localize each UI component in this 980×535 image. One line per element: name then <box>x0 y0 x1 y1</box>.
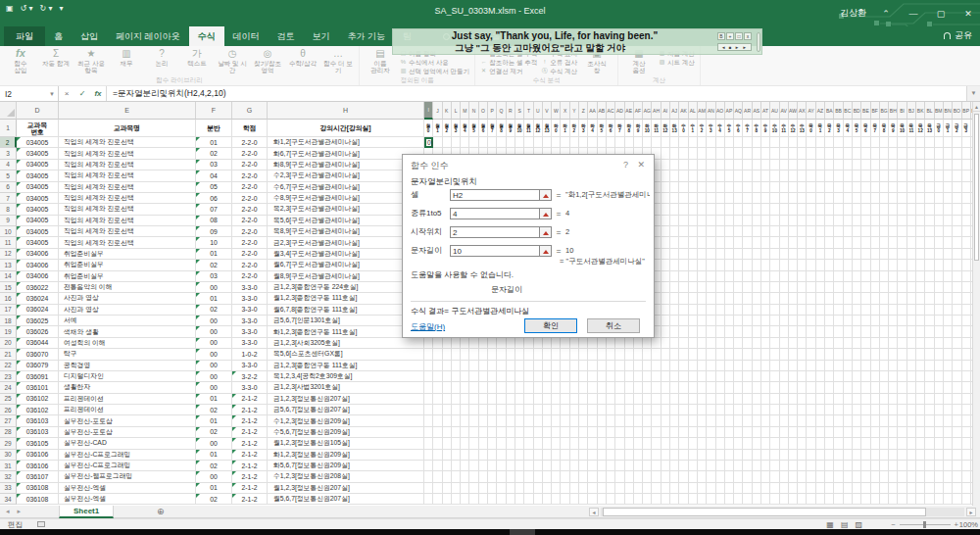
cell-BF19[interactable] <box>871 326 880 337</box>
cell-BG7[interactable] <box>880 193 889 204</box>
cell-BE21[interactable] <box>861 349 870 360</box>
cell-BG18[interactable] <box>880 316 889 326</box>
horizontal-scrollbar[interactable]: ◄ ► <box>589 507 976 516</box>
cell-BH27[interactable] <box>889 415 898 426</box>
cell-AI31[interactable] <box>662 461 670 471</box>
cell-BH12[interactable] <box>889 249 898 260</box>
cell-AW5[interactable] <box>789 170 798 181</box>
cell-BD16[interactable] <box>853 293 861 304</box>
cell-BH25[interactable] <box>889 394 898 405</box>
row-header-18[interactable]: 18 <box>0 316 17 326</box>
cell-BH34[interactable] <box>889 494 898 505</box>
cell-AK4[interactable] <box>679 160 688 170</box>
cell-AR2[interactable] <box>743 137 752 148</box>
cell-T31[interactable] <box>524 461 533 471</box>
cell-Y30[interactable] <box>570 450 579 461</box>
collapse-dialog-icon[interactable] <box>540 245 552 257</box>
cell-AW3[interactable] <box>789 148 798 159</box>
cell-J20[interactable] <box>433 338 442 349</box>
cell-AC27[interactable] <box>607 415 615 426</box>
cell-AN5[interactable] <box>707 170 715 181</box>
column-header-BJ[interactable]: BJ <box>907 102 916 120</box>
cell-BK13[interactable] <box>916 260 925 270</box>
cell-BK9[interactable] <box>916 216 925 226</box>
cell-E25[interactable]: 프리젠테이션 <box>59 394 196 405</box>
cell-AP28[interactable] <box>725 427 734 438</box>
cell-BM10[interactable] <box>935 226 944 237</box>
cell-AN12[interactable] <box>707 249 715 260</box>
column-header-BP[interactable]: BP <box>962 102 971 120</box>
cell-BK16[interactable] <box>916 293 925 304</box>
cell-AS17[interactable] <box>753 305 761 316</box>
cell-G25[interactable]: 2-1-2 <box>232 394 268 405</box>
cell-AN16[interactable] <box>707 293 715 304</box>
cell-E6[interactable]: 직업의 세계와 진로선택 <box>59 182 196 193</box>
cell-BI30[interactable] <box>898 450 906 461</box>
cell-BI16[interactable] <box>898 293 906 304</box>
cell-BL25[interactable] <box>925 394 934 405</box>
cell-AS15[interactable] <box>753 282 761 293</box>
cell-AY6[interactable] <box>807 182 815 193</box>
cell-BC23[interactable] <box>844 371 853 382</box>
cell-AE29[interactable] <box>625 438 634 449</box>
cell-BG17[interactable] <box>880 305 889 316</box>
cell-H12[interactable]: 월3,4[구도서관별관세미나실] <box>268 249 424 260</box>
cell-BH26[interactable] <box>889 405 898 415</box>
cell-AV29[interactable] <box>780 438 789 449</box>
cell-BG13[interactable] <box>880 260 889 270</box>
cell-E18[interactable]: 서예 <box>59 316 196 326</box>
cell-U28[interactable] <box>534 427 543 438</box>
cell-AO16[interactable] <box>716 293 725 304</box>
cell-BG31[interactable] <box>880 461 889 471</box>
cell-BP9[interactable] <box>962 216 971 226</box>
cell-BP12[interactable] <box>962 249 971 260</box>
cell-AC24[interactable] <box>607 382 615 393</box>
ribbon-button-함수 더 보기[interactable]: …함수 더 보기 <box>320 48 356 73</box>
cell-AM8[interactable] <box>698 204 707 215</box>
cell-BF13[interactable] <box>871 260 880 270</box>
overlay-button-1[interactable]: + <box>726 32 734 40</box>
cell-E33[interactable]: 실무전산-엑셀 <box>59 483 196 494</box>
cell-R24[interactable] <box>507 382 515 393</box>
cell-AX20[interactable] <box>798 338 807 349</box>
cell-BC31[interactable] <box>844 461 853 471</box>
cell-BB27[interactable] <box>834 415 843 426</box>
cell-BF14[interactable] <box>871 271 880 282</box>
cell-BH28[interactable] <box>889 427 898 438</box>
cell-BO6[interactable] <box>953 182 961 193</box>
cell-Z28[interactable] <box>579 427 588 438</box>
cell-AR13[interactable] <box>743 260 752 270</box>
cell-BK6[interactable] <box>916 182 925 193</box>
cell-AE21[interactable] <box>625 349 634 360</box>
cell-BB28[interactable] <box>834 427 843 438</box>
cell-BG10[interactable] <box>880 226 889 237</box>
enter-entry-icon[interactable]: ✓ <box>74 89 90 98</box>
cell-BD11[interactable] <box>853 237 861 248</box>
cell-BC6[interactable] <box>844 182 853 193</box>
cell-AW7[interactable] <box>789 193 798 204</box>
cell-AI33[interactable] <box>662 483 670 494</box>
cell-BC24[interactable] <box>844 382 853 393</box>
cell-N28[interactable] <box>469 427 478 438</box>
cell-V2[interactable] <box>543 137 552 148</box>
cell-AO4[interactable] <box>716 160 725 170</box>
cell-BP22[interactable] <box>962 361 971 371</box>
cell-AV10[interactable] <box>780 226 789 237</box>
cell-BG21[interactable] <box>880 349 889 360</box>
cell-AW11[interactable] <box>789 237 798 248</box>
cell-K24[interactable] <box>443 382 452 393</box>
cell-AU18[interactable] <box>770 316 779 326</box>
cell-BM21[interactable] <box>935 349 944 360</box>
cell-G9[interactable]: 2-2-0 <box>232 216 268 226</box>
cell-BI31[interactable] <box>898 461 906 471</box>
cell-BA9[interactable] <box>825 216 834 226</box>
cell-T20[interactable] <box>524 338 533 349</box>
cell-V30[interactable] <box>543 450 552 461</box>
cell-AN19[interactable] <box>707 326 715 337</box>
cell-AK14[interactable] <box>679 271 688 282</box>
cell-AL10[interactable] <box>689 226 698 237</box>
cell-AW31[interactable] <box>789 461 798 471</box>
cell-AW28[interactable] <box>789 427 798 438</box>
cell-AZ13[interactable] <box>816 260 825 270</box>
cell-H30[interactable]: 화1,2,3[정보통신원209실] <box>268 450 424 461</box>
